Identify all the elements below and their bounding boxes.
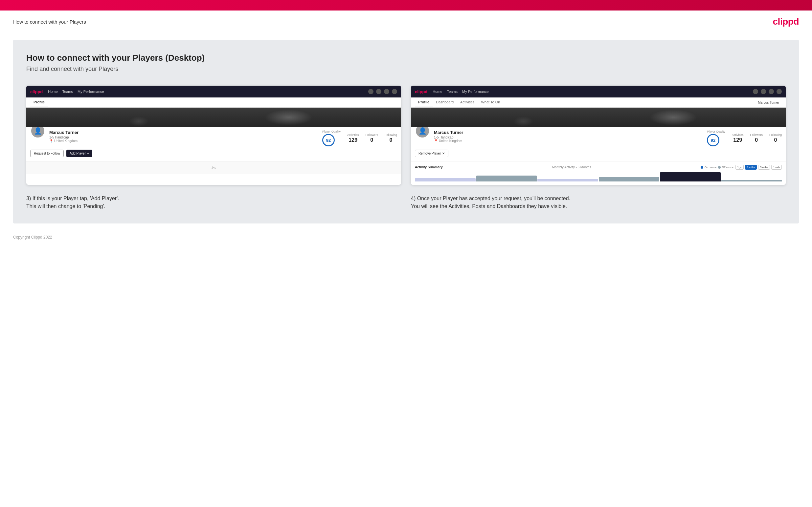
- left-screenshot-footer: ✄: [26, 161, 401, 174]
- right-user-label[interactable]: Marcus Turner: [758, 101, 782, 104]
- left-player-name: Marcus Turner: [49, 130, 318, 135]
- right-nav-home[interactable]: Home: [433, 90, 442, 94]
- left-player-handicap: 1-5 Handicap: [49, 135, 318, 139]
- top-bar: [0, 0, 812, 10]
- left-profile-row: 👤 Marcus Turner 1-5 Handicap 📍 United Ki…: [30, 130, 397, 146]
- right-following-value: 0: [769, 137, 782, 143]
- right-profile-row: 👤 Marcus Turner 1-5 Handicap 📍 United Ki…: [415, 130, 782, 146]
- right-tab-dashboard[interactable]: Dashboard: [433, 98, 457, 107]
- left-following-label: Following: [385, 133, 397, 136]
- left-nav-icons: [368, 89, 397, 94]
- bar-1: [415, 178, 476, 181]
- right-user-icon[interactable]: [761, 89, 766, 94]
- left-followers-label: Followers: [365, 133, 378, 136]
- left-nav-home[interactable]: Home: [48, 90, 57, 94]
- left-profile-area: 👤 Marcus Turner 1-5 Handicap 📍 United Ki…: [26, 127, 401, 161]
- right-following-label: Following: [769, 133, 782, 136]
- activity-title: Activity Summary: [415, 165, 443, 169]
- right-user-dropdown[interactable]: [776, 89, 782, 94]
- left-tab-profile[interactable]: Profile: [30, 98, 48, 107]
- right-search-icon[interactable]: [753, 89, 758, 94]
- right-quality-label: Player Quality: [707, 130, 725, 133]
- right-btn-row: Remove Player ✕: [415, 150, 782, 157]
- search-icon[interactable]: [368, 89, 373, 94]
- bar-5: [660, 172, 721, 181]
- right-profile-info: Marcus Turner 1-5 Handicap 📍 United King…: [434, 130, 703, 143]
- descriptions-section: 3) If this is your Player tap, 'Add Play…: [26, 194, 786, 210]
- right-player-handicap: 1-5 Handicap: [434, 135, 703, 139]
- left-tabs: Profile: [26, 98, 401, 108]
- left-desc: 3) If this is your Player tap, 'Add Play…: [26, 194, 401, 210]
- remove-player-button[interactable]: Remove Player ✕: [415, 150, 448, 157]
- left-avatar-icon: 👤: [34, 127, 42, 135]
- right-nav-items: Home Teams My Performance: [433, 90, 489, 94]
- right-nav-my-performance[interactable]: My Performance: [462, 90, 489, 94]
- right-activities-label: Activities: [732, 133, 744, 136]
- left-nav-my-performance[interactable]: My Performance: [78, 90, 104, 94]
- settings-icon[interactable]: [384, 89, 389, 94]
- right-activity-summary: Activity Summary Monthly Activity - 6 Mo…: [411, 161, 786, 185]
- right-screenshot: clippd Home Teams My Performance: [411, 86, 786, 185]
- plus-icon: +: [87, 152, 89, 155]
- left-stat-followers: Followers 0: [365, 133, 378, 143]
- right-settings-icon[interactable]: [769, 89, 774, 94]
- activity-chart: [415, 172, 782, 181]
- left-nav-teams[interactable]: Teams: [62, 90, 73, 94]
- left-activities-value: 129: [347, 137, 359, 143]
- right-banner-texture: [411, 108, 786, 127]
- page-footer: Copyright Clippd 2022: [0, 230, 812, 244]
- period-1mth[interactable]: 1 mth: [771, 165, 782, 170]
- right-stat-activities: Activities 129: [732, 133, 744, 143]
- main-subtitle: Find and connect with your Players: [26, 66, 786, 72]
- activity-header: Activity Summary Monthly Activity - 6 Mo…: [415, 165, 782, 170]
- right-app-logo: clippd: [415, 89, 427, 94]
- left-banner-texture: [26, 108, 401, 127]
- right-avatar-icon: [776, 89, 782, 94]
- bar-2: [476, 176, 537, 181]
- activity-period: Monthly Activity - 6 Months: [552, 165, 591, 169]
- right-nav-icons: [753, 89, 782, 94]
- right-desc-text: 4) Once your Player has accepted your re…: [411, 194, 786, 210]
- scissors-icon: ✄: [211, 165, 216, 171]
- right-stat-followers: Followers 0: [750, 133, 763, 143]
- right-tab-what-to-on[interactable]: What To On: [477, 98, 503, 107]
- left-followers-value: 0: [365, 137, 378, 143]
- right-tab-profile[interactable]: Profile: [415, 98, 433, 107]
- period-1yr[interactable]: 1 yr: [735, 165, 744, 170]
- off-course-legend: [718, 166, 721, 169]
- right-tabs: Profile Dashboard Activities What To On …: [411, 98, 786, 108]
- screenshots-row: clippd Home Teams My Performance Profile: [26, 86, 786, 185]
- user-icon[interactable]: [376, 89, 382, 94]
- request-follow-button[interactable]: Request to Follow: [30, 150, 64, 157]
- left-navbar: clippd Home Teams My Performance: [26, 86, 401, 98]
- left-activities-label: Activities: [347, 133, 359, 136]
- right-followers-value: 0: [750, 137, 763, 143]
- right-stats-row: Player Quality 92 Activities 129 Followe…: [707, 130, 782, 146]
- right-player-location: 📍 United Kingdom: [434, 139, 703, 143]
- right-followers-label: Followers: [750, 133, 763, 136]
- right-activities-value: 129: [732, 137, 744, 143]
- left-quality-label: Player Quality: [322, 130, 341, 133]
- left-player-location: 📍 United Kingdom: [49, 139, 318, 143]
- left-profile-info: Marcus Turner 1-5 Handicap 📍 United King…: [49, 130, 318, 143]
- globe-icon[interactable]: [392, 89, 397, 94]
- left-btn-row: Request to Follow Add Player +: [30, 150, 397, 157]
- main-title: How to connect with your Players (Deskto…: [26, 53, 786, 63]
- on-course-label: On course: [705, 166, 717, 169]
- right-avatar-icon-symbol: 👤: [418, 127, 427, 135]
- right-location-icon: 📍: [434, 139, 438, 143]
- right-nav-teams[interactable]: Teams: [447, 90, 458, 94]
- right-desc: 4) Once your Player has accepted your re…: [411, 194, 786, 210]
- off-course-label: Off course: [722, 166, 734, 169]
- bar-3: [538, 179, 598, 181]
- right-profile-area: 👤 Marcus Turner 1-5 Handicap 📍 United Ki…: [411, 127, 786, 161]
- period-6mths[interactable]: 6 mths: [745, 165, 757, 170]
- copyright-text: Copyright Clippd 2022: [13, 235, 52, 239]
- left-following-value: 0: [385, 137, 397, 143]
- on-course-legend: [701, 166, 703, 169]
- period-3mths[interactable]: 3 mths: [758, 165, 770, 170]
- add-player-button[interactable]: Add Player +: [66, 150, 92, 157]
- right-tab-activities[interactable]: Activities: [457, 98, 477, 107]
- clippd-logo: clippd: [773, 16, 799, 27]
- page-title: How to connect with your Players: [13, 19, 86, 24]
